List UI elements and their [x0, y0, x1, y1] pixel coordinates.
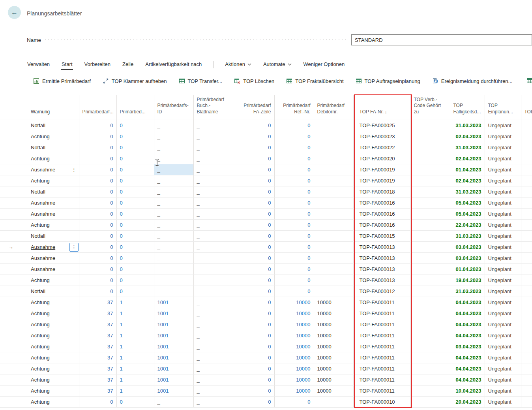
cell-warnung[interactable]: Notfall [22, 186, 69, 197]
column-header-extra[interactable]: TOP [521, 95, 532, 120]
cell-extra[interactable] [521, 164, 532, 175]
cell-faellig[interactable]: 04.04.2023 [450, 308, 485, 319]
cell-faellig[interactable]: 04.04.2023 [450, 330, 485, 341]
cell-fanr[interactable]: TOP-FA000011 [353, 341, 410, 352]
menu-automate[interactable]: Automate [263, 60, 292, 70]
cell-debitor[interactable] [314, 142, 353, 153]
cell-pbid[interactable]: 1001 [154, 352, 193, 363]
cell-warnung[interactable]: Achtung [22, 275, 69, 286]
cell-extra[interactable] [521, 341, 532, 352]
cell-blatt[interactable]: _ [193, 385, 235, 396]
cell-menu[interactable] [69, 319, 79, 330]
cell-blatt[interactable]: _ [193, 153, 235, 164]
cell-fanr[interactable]: TOP-FA000019 [353, 164, 410, 175]
cell-warnung[interactable]: Achtung [22, 374, 69, 385]
cell-pb1[interactable]: 37 [79, 308, 116, 319]
cell-refnr[interactable]: 0 [274, 263, 314, 275]
cell-pb1[interactable]: 37 [79, 352, 116, 363]
cell-pbid[interactable]: 1001 [154, 385, 193, 396]
cell-blatt[interactable]: _ [193, 219, 235, 230]
cell-refnr[interactable]: 0 [274, 219, 314, 230]
cell-faellig[interactable]: 20.04.2023 [450, 396, 485, 407]
column-header-faellig[interactable]: TOP Fälligkeitsd... [450, 95, 485, 120]
cell-blatt[interactable]: _ [193, 319, 235, 330]
cell-debitor[interactable] [314, 263, 353, 275]
cell-warnung[interactable]: Achtung [22, 396, 69, 407]
cell-pb2[interactable]: 0 [116, 275, 154, 286]
cell-faellig[interactable]: 31.03.2023 [450, 120, 485, 131]
cell-pb2[interactable]: 0 [116, 219, 154, 230]
cell-warnung[interactable]: Achtung [22, 319, 69, 330]
cell-fazeile[interactable]: 0 [235, 286, 274, 297]
cell-verb[interactable] [410, 275, 450, 286]
cell-fanr[interactable]: TOP-FA000013 [353, 263, 410, 275]
cell-warnung[interactable]: Ausnahme [22, 263, 69, 275]
cell-pbid[interactable]: 1001 [154, 374, 193, 385]
cell-fazeile[interactable]: 0 [235, 208, 274, 219]
tab-artikelverfügbarkeit-nach[interactable]: Artikelverfügbarkeit nach [145, 60, 202, 70]
cell-verb[interactable] [410, 131, 450, 142]
action-top-löschen[interactable]: TOP Löschen [234, 78, 274, 84]
cell-fazeile[interactable]: 0 [235, 197, 274, 208]
cell-fazeile[interactable]: 0 [235, 153, 274, 164]
cell-fanr[interactable]: TOP-FA000011 [353, 363, 410, 374]
cell-pb1[interactable]: 0 [79, 219, 116, 230]
cell-extra[interactable] [521, 363, 532, 374]
cell-einplan[interactable]: Ungeplant [485, 385, 521, 396]
cell-debitor[interactable] [314, 241, 353, 252]
cell-pb1[interactable]: 0 [79, 186, 116, 197]
cell-blatt[interactable]: _ [193, 275, 235, 286]
cell-pb1[interactable]: 0 [79, 286, 116, 297]
cell-faellig[interactable]: 01.04.2023 [450, 263, 485, 275]
cell-warnung[interactable]: Notfall [22, 120, 69, 131]
cell-fazeile[interactable]: 0 [235, 308, 274, 319]
cell-fazeile[interactable]: 0 [235, 263, 274, 275]
cell-pbid[interactable]: _ [154, 396, 193, 407]
cell-pbid[interactable]: 1001 [154, 363, 193, 374]
cell-pbid[interactable]: _ [154, 186, 193, 197]
cell-pb2[interactable]: 0 [116, 120, 154, 131]
cell-pbid[interactable]: _ [154, 175, 193, 186]
cell-pbid[interactable]: _ [154, 263, 193, 275]
cell-refnr[interactable]: 0 [274, 208, 314, 219]
cell-einplan[interactable]: Ungeplant [485, 186, 521, 197]
cell-fanr[interactable]: TOP-FA000013 [353, 252, 410, 263]
cell-faellig[interactable]: 05.04.2023 [450, 208, 485, 219]
cell-pb1[interactable]: 37 [79, 319, 116, 330]
cell-einplan[interactable]: Ungeplant [485, 230, 521, 241]
cell-verb[interactable] [410, 341, 450, 352]
cell-verb[interactable] [410, 186, 450, 197]
cell-extra[interactable] [521, 263, 532, 275]
cell-menu[interactable] [69, 131, 79, 142]
cell-pb2[interactable]: 1 [116, 297, 154, 308]
cell-pb1[interactable]: 37 [79, 341, 116, 352]
cell-einplan[interactable]: Ungeplant [485, 374, 521, 385]
cell-faellig[interactable]: 01.04.2023 [450, 164, 485, 175]
cell-warnung[interactable]: Achtung [22, 153, 69, 164]
cell-refnr[interactable]: 0 [274, 175, 314, 186]
cell-pb2[interactable]: 0 [116, 286, 154, 297]
action-top-auftragseinplanung[interactable]: TOP Auftragseinplanung [356, 78, 420, 84]
cell-refnr[interactable]: 0 [274, 230, 314, 241]
cell-pb2[interactable]: 0 [116, 252, 154, 263]
cell-extra[interactable] [521, 330, 532, 341]
cell-fazeile[interactable]: 0 [235, 319, 274, 330]
cell-debitor[interactable] [314, 230, 353, 241]
cell-pb2[interactable]: 0 [116, 241, 154, 252]
cell-warnung[interactable]: Notfall [22, 286, 69, 297]
cell-fanr[interactable]: TOP-FA000015 [353, 230, 410, 241]
cell-blatt[interactable]: _ [193, 131, 235, 142]
cell-extra[interactable] [521, 252, 532, 263]
cell-refnr[interactable]: 0 [274, 286, 314, 297]
cell-einplan[interactable]: Ungeplant [485, 131, 521, 142]
cell-pb2[interactable]: 1 [116, 330, 154, 341]
cell-einplan[interactable]: Ungeplant [485, 252, 521, 263]
cell-faellig[interactable]: 05.04.2023 [450, 197, 485, 208]
cell-pb1[interactable]: 0 [79, 175, 116, 186]
action-top-transfer[interactable]: TOP Transfer... [179, 78, 223, 84]
cell-debitor[interactable] [314, 286, 353, 297]
cell-debitor[interactable] [314, 252, 353, 263]
cell-menu[interactable] [69, 385, 79, 396]
column-header-verb[interactable]: TOP Verb.-Code Gehört zu [410, 95, 450, 120]
cell-einplan[interactable]: Ungeplant [485, 297, 521, 308]
